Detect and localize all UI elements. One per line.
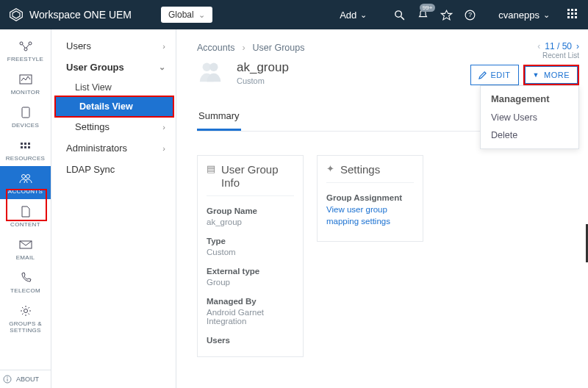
more-button[interactable]: ▼ MORE (525, 66, 578, 84)
crumb-user-groups[interactable]: User Groups (253, 43, 305, 53)
rail-resources[interactable]: RESOURCES (0, 133, 51, 166)
search-icon[interactable] (392, 8, 406, 21)
rail-label: CONTENT (10, 221, 40, 228)
rail-groups-settings[interactable]: GROUPS & SETTINGS (0, 298, 51, 338)
recent-position: 11 / 50 (545, 41, 572, 51)
svg-line-3 (401, 16, 404, 19)
brand-text: Workspace ONE UEM (29, 9, 132, 21)
svg-text:?: ? (468, 11, 472, 18)
svg-point-12 (21, 175, 25, 179)
top-bar: Workspace ONE UEM Global ⌄ Add ⌄ 99+ ? c… (0, 0, 588, 29)
page-subtitle: Custom (237, 76, 289, 85)
username: cvanepps (498, 10, 539, 21)
svg-point-2 (395, 10, 402, 16)
more-menu: Management View Users Delete (480, 85, 579, 149)
help-icon[interactable]: ? (463, 8, 476, 21)
svg-point-20 (209, 63, 218, 71)
svg-point-9 (24, 48, 27, 51)
rail-label: DEVICES (12, 122, 39, 129)
rail-freestyle[interactable]: FREESTYLE (0, 34, 51, 67)
card-settings: ✦ Settings Group Assignment View user gr… (317, 155, 423, 242)
external-type-label: External type (207, 267, 294, 276)
apps-icon[interactable] (567, 9, 579, 21)
caret-down-icon: ▼ (533, 71, 539, 79)
about-label: ABOUT (16, 376, 39, 383)
rail-devices[interactable]: DEVICES (0, 100, 51, 133)
card-title: User Group Info (221, 163, 294, 190)
nav-label: Users (66, 40, 91, 51)
svg-point-13 (26, 175, 29, 179)
id-badge-icon: ▤ (207, 163, 215, 174)
star-icon[interactable] (440, 8, 453, 21)
top-icons: 99+ ? (392, 8, 476, 21)
recent-next[interactable]: › (576, 41, 579, 51)
view-mapping-link[interactable]: View user group mapping settings (326, 204, 414, 227)
info-icon (3, 375, 12, 384)
main-content: Accounts › User Groups ‹ 11 / 50 › Recen… (176, 29, 588, 388)
rail-email[interactable]: EMAIL (0, 232, 51, 265)
brand: Workspace ONE UEM (9, 7, 132, 22)
group-name-label: Group Name (207, 206, 294, 215)
svg-point-18 (7, 377, 7, 378)
recent-prev[interactable]: ‹ (537, 41, 540, 51)
user-menu[interactable]: cvanepps ⌄ (498, 10, 550, 21)
nav-list-view[interactable]: List View (51, 78, 176, 97)
nav-label: LDAP Sync (66, 164, 115, 175)
nav-label: Administrators (66, 143, 127, 154)
svg-rect-11 (22, 107, 29, 118)
svg-point-7 (20, 42, 23, 45)
primary-nav-rail: FREESTYLE MONITOR DEVICES RESOURCES ACCO… (0, 29, 51, 388)
org-selector-label: Global (168, 10, 194, 20)
chevron-right-icon: › (162, 144, 165, 153)
menu-view-users[interactable]: View Users (481, 109, 578, 126)
nav-label: User Groups (66, 62, 124, 73)
nav-administrators[interactable]: Administrators › (51, 137, 176, 159)
about-button[interactable]: ABOUT (0, 370, 51, 388)
svg-marker-4 (441, 10, 451, 20)
rail-label: EMAIL (16, 254, 35, 261)
gear-icon (18, 304, 34, 317)
svg-marker-1 (12, 11, 20, 18)
users-label: Users (207, 336, 294, 345)
nav-user-groups[interactable]: User Groups ⌄ (51, 57, 176, 78)
svg-marker-0 (10, 9, 23, 21)
chevron-right-icon: › (162, 123, 165, 132)
nav-settings[interactable]: Settings › (51, 116, 176, 137)
menu-delete[interactable]: Delete (481, 126, 578, 144)
wrench-icon: ✦ (326, 163, 334, 174)
chevron-down-icon: ⌄ (360, 10, 367, 20)
chevron-right-icon: › (162, 42, 165, 51)
rail-accounts[interactable]: ACCOUNTS (0, 166, 51, 199)
content-icon (18, 205, 34, 218)
card-title: Settings (340, 163, 380, 176)
email-icon (18, 238, 34, 251)
action-buttons: EDIT ▼ MORE (470, 65, 579, 85)
breadcrumb: Accounts › User Groups (197, 43, 573, 53)
managed-by-label: Managed By (207, 297, 294, 306)
devices-icon (18, 106, 34, 119)
card-user-group-info: ▤ User Group Info Group Name ak_group Ty… (197, 155, 304, 357)
pencil-icon (478, 71, 487, 79)
rail-label: FREESTYLE (7, 56, 43, 62)
more-label: MORE (544, 71, 570, 79)
nav-ldap-sync[interactable]: LDAP Sync (51, 159, 176, 180)
rail-label: RESOURCES (6, 155, 45, 162)
org-selector[interactable]: Global ⌄ (161, 7, 212, 23)
add-label: Add (340, 10, 356, 21)
highlight-more: ▼ MORE (523, 65, 579, 85)
add-dropdown[interactable]: Add ⌄ (340, 10, 367, 21)
rail-content[interactable]: CONTENT (0, 199, 51, 232)
monitor-icon (18, 73, 34, 86)
recent-list: ‹ 11 / 50 › Recent List (537, 41, 579, 60)
edit-label: EDIT (491, 71, 511, 79)
rail-telecom[interactable]: TELECOM (0, 265, 51, 298)
crumb-accounts[interactable]: Accounts (197, 43, 234, 53)
edit-button[interactable]: EDIT (470, 65, 519, 85)
rail-monitor[interactable]: MONITOR (0, 67, 51, 100)
telecom-icon (18, 271, 34, 284)
tab-summary[interactable]: Summary (197, 106, 241, 131)
bell-icon[interactable]: 99+ (416, 8, 429, 21)
nav-users[interactable]: Users › (51, 35, 176, 57)
nav-details-view[interactable]: Details View (56, 97, 173, 116)
freestyle-icon (18, 40, 34, 53)
